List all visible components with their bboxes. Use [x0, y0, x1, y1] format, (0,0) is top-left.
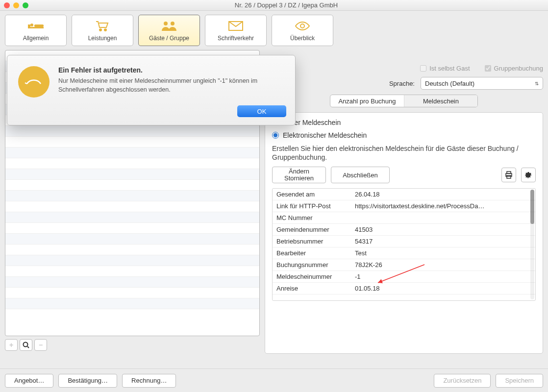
radio-einfacher[interactable]: infacher Meldeschein — [276, 119, 536, 126]
svg-point-2 — [30, 24, 33, 26]
detail-row: MC Nummer — [273, 212, 535, 224]
tab-label: Gäste / Gruppe — [149, 35, 189, 42]
radio-elektronischer[interactable]: Elektronischer Meldeschein — [272, 131, 536, 139]
remove-row-button[interactable]: − — [34, 339, 47, 351]
detail-value: 54317 — [351, 236, 535, 247]
dialog-title: Ein Fehler ist aufgetreten. — [58, 66, 284, 74]
detail-key: Gemeindenummer — [273, 224, 351, 236]
language-value: Deutsch (Default) — [425, 80, 474, 87]
search-button[interactable] — [20, 339, 32, 351]
detail-row: Meldescheinummer-1 — [273, 271, 535, 283]
tab-label: Schriftverkehr — [218, 35, 254, 42]
detail-key: Bearbeiter — [273, 247, 351, 259]
speichern-button[interactable]: Speichern — [496, 374, 543, 388]
settings-button[interactable] — [521, 168, 536, 182]
detail-value: https://visitortaxtest.deskline.net/Proc… — [351, 200, 535, 212]
detail-value: 01.05.18 — [351, 283, 535, 294]
svg-point-4 — [100, 29, 101, 31]
tab-schriftverkehr[interactable]: Schriftverkehr — [205, 15, 267, 46]
window-title: Nr. 26 / Doppel 3 / DZ / Igepa GmbH — [28, 1, 544, 9]
svg-point-9 — [300, 24, 304, 28]
detail-key: Gesendet am — [273, 189, 351, 200]
app-icon — [18, 66, 50, 98]
cart-icon — [95, 19, 110, 33]
add-row-button[interactable]: + — [5, 339, 18, 351]
table-controls: + − — [5, 336, 260, 354]
language-label: Sprache: — [389, 80, 415, 87]
detail-row: Gesendet am26.04.18 — [273, 189, 535, 200]
detail-key: Buchungsnummer — [273, 259, 351, 271]
group-icon — [161, 19, 177, 33]
tab-label: Leistungen — [88, 35, 117, 42]
detail-value: Test — [351, 247, 535, 259]
detail-row: BearbeiterTest — [273, 247, 535, 259]
bed-icon — [27, 19, 44, 33]
detail-value: 78J2K-26 — [351, 259, 535, 271]
checkbox-label: Gruppenbuchung — [494, 65, 543, 72]
meldeschein-details[interactable]: Gesendet am26.04.18Link für HTTP-Posthtt… — [272, 188, 536, 301]
print-button[interactable] — [501, 168, 516, 182]
svg-rect-13 — [507, 175, 511, 178]
svg-point-7 — [171, 22, 174, 25]
ok-button[interactable]: OK — [237, 105, 286, 117]
footer-bar: Angebot… Bestätigung… Rechnung… Zurückse… — [0, 368, 548, 392]
detail-key: MC Nummer — [273, 212, 351, 224]
zoom-window-button[interactable] — [23, 2, 28, 8]
tab-ueberblick[interactable]: Überblick — [272, 15, 333, 46]
error-dialog: Ein Fehler ist aufgetreten. Nur Meldesch… — [7, 55, 296, 125]
abschliessen-button[interactable]: Abschließen — [331, 167, 390, 183]
tab-gaeste-gruppe[interactable]: Gäste / Gruppe — [138, 15, 200, 46]
printer-icon — [505, 171, 513, 179]
scrollbar-thumb[interactable] — [530, 190, 534, 224]
angebot-button[interactable]: Angebot… — [5, 374, 53, 388]
svg-point-10 — [24, 343, 28, 347]
detail-key: Link für HTTP-Post — [273, 200, 351, 212]
aendern-stornieren-button[interactable]: Ändern Stornieren — [272, 167, 326, 183]
svg-rect-3 — [34, 24, 44, 27]
detail-row: Link für HTTP-Posthttps://visitortaxtest… — [273, 200, 535, 212]
svg-point-6 — [164, 22, 168, 25]
gear-icon — [524, 171, 532, 179]
detail-row: Betriebsnummer54317 — [273, 236, 535, 247]
window-controls — [4, 2, 28, 8]
svg-rect-1 — [28, 24, 30, 27]
meldeschein-panel: infacher Meldeschein Elektronischer Meld… — [265, 112, 543, 354]
dialog-body: Nur Meldescheine mit einer Meldescheinnu… — [58, 77, 284, 94]
checkbox-label: Ist selbst Gast — [429, 65, 470, 72]
language-select[interactable]: Deutsch (Default) ⇅ — [421, 77, 543, 90]
minimize-window-button[interactable] — [13, 2, 19, 8]
radio-label: Elektronischer Meldeschein — [283, 131, 367, 139]
right-tabbar: Anzahl pro Buchung Meldeschein — [265, 95, 543, 107]
titlebar: Nr. 26 / Doppel 3 / DZ / Igepa GmbH — [0, 0, 548, 11]
detail-key: Anreise — [273, 283, 351, 294]
meldeschein-buttons: Ändern Stornieren Abschließen — [272, 167, 536, 183]
rechnung-button[interactable]: Rechnung… — [122, 374, 176, 388]
main-toolbar: Allgemein Leistungen Gäste / Gruppe Schr… — [0, 11, 548, 50]
tab-allgemein[interactable]: Allgemein — [5, 15, 67, 46]
svg-point-5 — [104, 29, 106, 31]
self-guest-checkbox[interactable]: Ist selbst Gast — [420, 65, 470, 72]
tab-label: Überblick — [290, 35, 315, 42]
detail-value: 41503 — [351, 224, 535, 236]
detail-key: Meldescheinummer — [273, 271, 351, 283]
meldeschein-description: Erstellen Sie hier den elektronischen Me… — [272, 144, 536, 162]
detail-value — [351, 212, 535, 224]
tab-leistungen[interactable]: Leistungen — [72, 15, 133, 46]
detail-key: Betriebsnummer — [273, 236, 351, 247]
right-panel: Ist selbst Gast Gruppenbuchung Sprache: … — [265, 50, 543, 354]
chevron-updown-icon: ⇅ — [535, 81, 539, 86]
group-booking-checkbox[interactable]: Gruppenbuchung — [485, 65, 543, 72]
detail-value: 26.04.18 — [351, 189, 535, 200]
zuruecksetzen-button[interactable]: Zurücksetzen — [434, 374, 491, 388]
detail-row: Buchungsnummer78J2K-26 — [273, 259, 535, 271]
eye-icon — [295, 19, 310, 33]
detail-row: Anreise01.05.18 — [273, 283, 535, 294]
close-window-button[interactable] — [4, 2, 10, 8]
tab-meldeschein[interactable]: Meldeschein — [404, 95, 477, 107]
detail-row: Gemeindenummer41503 — [273, 224, 535, 236]
tab-label: Allgemein — [23, 35, 49, 42]
tab-anzahl[interactable]: Anzahl pro Buchung — [330, 95, 404, 107]
mail-icon — [228, 19, 243, 33]
bestaetigung-button[interactable]: Bestätigung… — [58, 374, 117, 388]
group-options: Ist selbst Gast Gruppenbuchung — [265, 65, 543, 72]
